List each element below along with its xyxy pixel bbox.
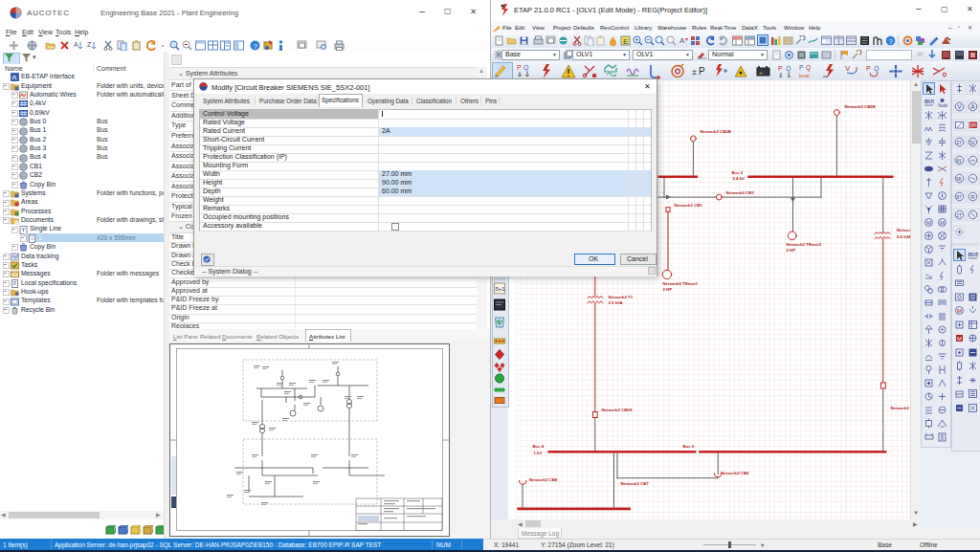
svg-text:1 kV: 1 kV [534, 451, 543, 455]
svg-text:Network2 T1: Network2 T1 [609, 295, 634, 299]
svg-text:P: P [699, 66, 705, 77]
svg-text:?: ? [254, 42, 258, 51]
svg-text:52: 52 [969, 140, 975, 145]
svg-text:Network2 CB4: Network2 CB4 [721, 471, 749, 475]
svg-text:Network2 TRmot1: Network2 TRmot1 [663, 281, 699, 286]
svg-text:Network2 CB6B: Network2 CB6B [845, 104, 876, 109]
svg-text:Q: Q [874, 65, 880, 73]
svg-text:Network2 CB5S: Network2 CB5S [602, 408, 633, 412]
svg-text:M: M [940, 220, 945, 226]
svg-text:A: A [74, 41, 78, 48]
svg-text:A: A [679, 36, 685, 45]
svg-text:2 HP: 2 HP [787, 248, 796, 253]
svg-text:P: P [799, 64, 803, 71]
svg-text:Network2 TRmot3: Network2 TRmot3 [787, 242, 822, 247]
svg-text:Q: Q [786, 65, 791, 73]
svg-text:Network2 CB2B: Network2 CB2B [701, 129, 731, 134]
svg-text:27: 27 [956, 140, 962, 145]
svg-text:Network2 CB1: Network2 CB1 [675, 203, 703, 208]
svg-text:BUS: BUS [924, 99, 934, 104]
svg-text:+-: +- [759, 69, 765, 75]
svg-text:Node: Node [938, 103, 947, 107]
svg-text:0.4 kV: 0.4 kV [733, 176, 746, 181]
svg-text:M: M [957, 308, 962, 314]
svg-text:Network2 C: Network2 C [891, 406, 911, 410]
svg-text:?: ? [889, 37, 893, 46]
svg-text:BUS: BUS [969, 252, 979, 257]
svg-text:±: ± [692, 67, 697, 77]
svg-text:Q: Q [806, 64, 811, 72]
svg-text:Q: Q [523, 64, 529, 72]
svg-text:0.5 kVA: 0.5 kVA [897, 234, 910, 239]
svg-text:Network2 CB3: Network2 CB3 [726, 190, 755, 195]
svg-text:Network2 CB7: Network2 CB7 [621, 481, 650, 486]
svg-text:M: M [957, 336, 962, 342]
svg-text:MI: MI [956, 176, 962, 182]
svg-text:E: E [623, 37, 628, 46]
svg-text:87: 87 [956, 193, 962, 199]
svg-text:P: P [866, 65, 871, 72]
svg-text:V: V [957, 103, 962, 110]
svg-text:5+1: 5+1 [496, 286, 506, 292]
svg-text:P: P [517, 64, 522, 71]
svg-text:kvar: kvar [799, 73, 810, 78]
svg-text:Bus 2: Bus 2 [732, 170, 744, 175]
svg-text:Networ1: Networ1 [897, 228, 910, 232]
svg-text:Bus 4: Bus 4 [533, 444, 545, 449]
svg-text:2 HP: 2 HP [663, 287, 673, 292]
svg-text:Network2 CB8: Network2 CB8 [529, 477, 558, 482]
svg-text:V: V [845, 64, 851, 73]
svg-text:2.5 kVA: 2.5 kVA [609, 300, 623, 305]
svg-text:P: P [778, 65, 783, 72]
svg-text:Bus 0: Bus 0 [683, 444, 695, 449]
svg-text:M: M [926, 220, 931, 226]
svg-text:Z: Z [87, 41, 92, 48]
svg-text:81: 81 [956, 158, 962, 164]
svg-text:R: R [970, 194, 975, 200]
svg-text:DPI: DPI [969, 123, 977, 128]
svg-text:A: A [970, 103, 975, 110]
svg-text:2T: 2T [956, 211, 962, 217]
